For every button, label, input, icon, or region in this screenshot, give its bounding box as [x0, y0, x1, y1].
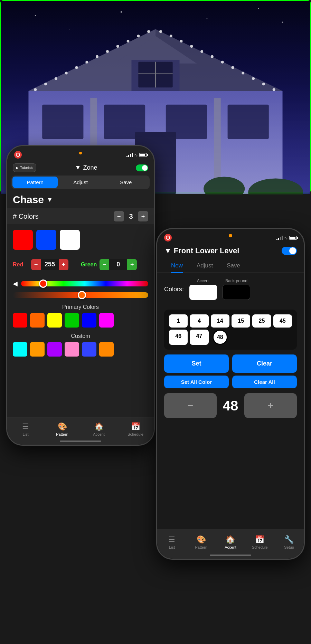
custom-amber[interactable]: [30, 342, 45, 357]
svg-point-21: [96, 55, 98, 58]
custom-indigo[interactable]: [82, 342, 96, 357]
num-btn-46[interactable]: 46: [169, 330, 188, 345]
p2-nav-list[interactable]: ☰ List: [157, 535, 187, 549]
green-plus-button[interactable]: +: [127, 259, 137, 270]
num-btn-48-selected[interactable]: 48: [213, 330, 228, 345]
pattern-name-text: Chase: [13, 194, 44, 206]
clear-all-button[interactable]: Clear All: [232, 376, 297, 388]
brightness-slider[interactable]: [13, 292, 148, 298]
num-btn-4[interactable]: 4: [190, 314, 208, 328]
svg-point-31: [200, 50, 203, 53]
green-minus-button[interactable]: −: [100, 259, 109, 270]
swatch-red[interactable]: [13, 230, 33, 250]
svg-point-32: [211, 55, 214, 58]
hue-thumb[interactable]: [39, 280, 47, 288]
phone1-record-indicator: [14, 151, 22, 159]
background-color-col: Background: [223, 278, 250, 300]
num-btn-47[interactable]: 47: [190, 330, 208, 345]
swatch-white[interactable]: [60, 230, 80, 250]
p2-setup-icon: 🔧: [284, 535, 294, 544]
primary-colors-section: Primary Colors: [7, 301, 154, 330]
zone-toggle[interactable]: [136, 164, 148, 171]
svg-point-1: [35, 15, 36, 16]
svg-point-3: [121, 11, 122, 13]
custom-colors-section: Custom: [7, 330, 154, 359]
custom-purple[interactable]: [47, 342, 62, 357]
tutorials-button[interactable]: ▶ Tutorials: [13, 163, 36, 172]
p2-pattern-icon: 🎨: [197, 535, 206, 544]
primary-red[interactable]: [13, 313, 27, 328]
svg-point-15: [34, 88, 37, 91]
number-grid: 1 4 14 15 25 45 46 47 48: [164, 310, 297, 350]
colors-count-value: 3: [127, 212, 135, 220]
colors-plus-button[interactable]: +: [138, 211, 148, 221]
tab-pattern[interactable]: Pattern: [12, 177, 58, 188]
tutorials-play-icon: ▶: [16, 166, 19, 170]
nav-accent[interactable]: 🏠 Accent: [81, 422, 117, 436]
nav-list[interactable]: ☰ List: [7, 422, 44, 436]
num-btn-25[interactable]: 25: [252, 314, 271, 328]
colors-minus-button[interactable]: −: [114, 211, 124, 221]
svg-point-23: [116, 45, 119, 48]
num-btn-15[interactable]: 15: [232, 314, 250, 328]
colors-count-row: # Colors − 3 +: [7, 208, 154, 224]
set-button[interactable]: Set: [164, 354, 229, 373]
pattern-nav-icon: 🎨: [58, 422, 67, 431]
background-color-swatch[interactable]: [223, 285, 250, 300]
tab-adjust[interactable]: Adjust: [58, 177, 103, 188]
hue-slider[interactable]: [21, 281, 148, 286]
custom-cyan[interactable]: [13, 342, 27, 357]
phone1-device: ∿ ▶ Tutorials ▼ Zone Pattern Adjust Save: [6, 145, 155, 446]
primary-blue[interactable]: [82, 313, 96, 328]
tab-save[interactable]: Save: [103, 177, 149, 188]
svg-point-4: [207, 18, 208, 19]
accent-color-swatch[interactable]: [189, 285, 217, 300]
swatch-blue[interactable]: [36, 230, 56, 250]
svg-rect-42: [228, 105, 269, 139]
brightness-thumb[interactable]: [78, 291, 86, 299]
primary-orange[interactable]: [30, 313, 45, 328]
p2-nav-setup[interactable]: 🔧 Setup: [274, 535, 304, 549]
svg-point-17: [55, 77, 57, 80]
zone2-toggle[interactable]: [282, 247, 297, 255]
zone-selector[interactable]: ▼ Zone: [75, 164, 97, 171]
stepper-minus-button[interactable]: −: [164, 393, 217, 418]
hue-arrow-icon[interactable]: ◀: [13, 280, 18, 287]
primary-magenta[interactable]: [99, 313, 114, 328]
red-minus-button[interactable]: −: [31, 259, 41, 270]
stepper-plus-button[interactable]: +: [244, 393, 297, 418]
custom-pink[interactable]: [65, 342, 79, 357]
p2-nav-pattern[interactable]: 🎨 Pattern: [187, 535, 216, 549]
zone2-selector[interactable]: ▼ Front Lower Level: [164, 246, 239, 255]
red-plus-button[interactable]: +: [59, 259, 68, 270]
set-all-color-button[interactable]: Set All Color: [164, 376, 229, 388]
p2-nav-pattern-label: Pattern: [195, 545, 207, 549]
p2-schedule-icon: 📅: [255, 535, 264, 544]
nav-schedule-label: Schedule: [128, 432, 143, 436]
num-btn-1[interactable]: 1: [169, 314, 188, 328]
nav-schedule[interactable]: 📅 Schedule: [117, 422, 154, 436]
green-value: 0: [109, 259, 127, 270]
tab2-save[interactable]: Save: [220, 259, 247, 273]
custom-orange[interactable]: [99, 342, 114, 357]
nav-pattern[interactable]: 🎨 Pattern: [44, 422, 81, 436]
p2-nav-schedule[interactable]: 📅 Schedule: [245, 535, 274, 549]
svg-point-33: [221, 61, 224, 64]
colors-label: # Colors: [13, 212, 38, 220]
primary-yellow[interactable]: [47, 313, 62, 328]
rgb-controls: Red − 255 + Green − 0 +: [7, 255, 154, 276]
primary-colors-label: Primary Colors: [13, 304, 148, 310]
tab2-adjust[interactable]: Adjust: [190, 259, 220, 273]
primary-green[interactable]: [65, 313, 79, 328]
phone2-home-bar: [210, 555, 251, 556]
pattern-selector[interactable]: Chase ▼: [7, 189, 154, 208]
p2-nav-accent[interactable]: 🏠 Accent: [216, 535, 245, 549]
tab2-new[interactable]: New: [164, 259, 190, 273]
clear-button[interactable]: Clear: [232, 354, 297, 373]
phone2-tab-bar: New Adjust Save: [157, 259, 304, 273]
zone-dropdown-icon: ▼: [75, 164, 81, 171]
red-value: 255: [41, 259, 59, 270]
red-stepper: − 255 +: [31, 259, 68, 270]
num-btn-45[interactable]: 45: [273, 314, 292, 328]
num-btn-14[interactable]: 14: [211, 314, 229, 328]
